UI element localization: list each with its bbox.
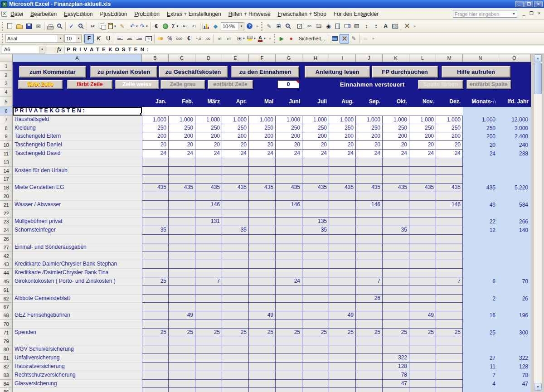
- cell[interactable]: [276, 269, 302, 277]
- cell[interactable]: 20: [329, 141, 356, 150]
- cell[interactable]: 250: [222, 124, 249, 133]
- year-cell[interactable]: 2.400: [498, 132, 531, 141]
- decrease-indent-button[interactable]: ◂≡: [215, 34, 224, 44]
- year-cell[interactable]: [498, 269, 531, 277]
- cell[interactable]: 24: [249, 150, 276, 158]
- optionbutton-control-button[interactable]: ◉: [324, 21, 333, 31]
- cell[interactable]: 200: [383, 132, 409, 141]
- cell[interactable]: [195, 286, 222, 295]
- cell[interactable]: [329, 158, 356, 167]
- cell[interactable]: 250: [409, 124, 436, 133]
- month-header[interactable]: Feb.: [169, 97, 195, 107]
- row-header-18[interactable]: 18: [0, 184, 13, 192]
- row-header-83[interactable]: 83: [0, 371, 13, 380]
- cell[interactable]: [329, 303, 356, 311]
- column-header-N[interactable]: N: [463, 54, 498, 62]
- insert-function-button[interactable]: fx: [57, 46, 62, 53]
- increase-decimal-button[interactable]: +,0: [194, 34, 203, 44]
- cell[interactable]: 435: [142, 184, 169, 192]
- workbook-restore-button[interactable]: ❒: [528, 10, 535, 17]
- cell[interactable]: [195, 192, 222, 201]
- cell[interactable]: [436, 107, 463, 116]
- cell[interactable]: [409, 277, 436, 286]
- row-header-81[interactable]: 81: [0, 354, 13, 363]
- cell[interactable]: [222, 311, 249, 320]
- cell[interactable]: 25: [142, 277, 169, 286]
- cell[interactable]: 250: [142, 124, 169, 133]
- selected-cell-A6[interactable]: P R I V A T E K O S T E N :: [13, 107, 142, 116]
- record-macro-button[interactable]: ●: [287, 34, 296, 44]
- cell[interactable]: [276, 218, 302, 226]
- cell[interactable]: 24: [329, 150, 356, 158]
- row-header-21[interactable]: 21: [0, 201, 13, 209]
- month-header[interactable]: Jan.: [142, 97, 169, 107]
- borders-button[interactable]: ⊞▼: [236, 34, 246, 44]
- row-header-70[interactable]: 70: [0, 320, 13, 329]
- cell[interactable]: [142, 269, 169, 277]
- row-header-1[interactable]: 1: [0, 62, 13, 71]
- row-label[interactable]: [13, 192, 142, 201]
- cell[interactable]: [169, 295, 195, 303]
- cell[interactable]: 200: [169, 132, 195, 141]
- avg-cell[interactable]: [463, 320, 498, 329]
- cell[interactable]: [329, 192, 356, 201]
- cell[interactable]: [383, 260, 409, 269]
- row-label[interactable]: Spenden: [13, 329, 142, 337]
- cell[interactable]: 131: [195, 218, 222, 226]
- cell[interactable]: [329, 354, 356, 363]
- vb-editor-button[interactable]: [330, 34, 340, 44]
- avg-cell[interactable]: 27: [463, 354, 498, 363]
- cell[interactable]: 24: [169, 150, 195, 158]
- cell[interactable]: [249, 303, 276, 311]
- cell[interactable]: [409, 380, 436, 388]
- year-cell[interactable]: [498, 107, 531, 116]
- row-label[interactable]: Kreditkarte /DaimlerChrysler Bank Tina: [13, 269, 142, 277]
- cell[interactable]: [356, 337, 383, 346]
- cell[interactable]: [356, 235, 383, 243]
- row-header-9[interactable]: 9: [0, 132, 13, 141]
- row-label[interactable]: [13, 209, 142, 218]
- year-cell[interactable]: 12.000: [498, 116, 531, 124]
- cell[interactable]: [409, 371, 436, 380]
- menu-item-5[interactable]: ProEdition: [131, 10, 163, 19]
- avg-cell[interactable]: 4: [463, 380, 498, 388]
- chevron-down-icon[interactable]: ▼: [176, 25, 179, 28]
- cell[interactable]: 146: [356, 201, 383, 209]
- cell[interactable]: [222, 260, 249, 269]
- avg-cell[interactable]: 2: [463, 295, 498, 303]
- cell[interactable]: [436, 311, 463, 320]
- format-button-3[interactable]: Zelle weiss: [115, 80, 159, 89]
- cell[interactable]: [383, 345, 409, 354]
- cell[interactable]: [142, 260, 169, 269]
- euro-style-button[interactable]: €: [184, 34, 194, 44]
- row-header-4[interactable]: 4: [0, 88, 13, 97]
- cell[interactable]: [356, 388, 383, 392]
- chevron-down-icon[interactable]: ▼: [238, 23, 244, 30]
- year-cell[interactable]: [498, 286, 531, 295]
- cell[interactable]: [249, 354, 276, 363]
- autosum-button[interactable]: Σ▼: [170, 21, 180, 31]
- cell[interactable]: [302, 252, 329, 261]
- cell[interactable]: [302, 388, 329, 392]
- chevron-down-icon[interactable]: ▼: [114, 25, 117, 28]
- cell[interactable]: [356, 107, 383, 116]
- year-cell[interactable]: 266: [498, 218, 531, 226]
- cell[interactable]: [195, 380, 222, 388]
- cell[interactable]: [302, 192, 329, 201]
- cell[interactable]: [436, 167, 463, 175]
- cell[interactable]: [329, 209, 356, 218]
- cell[interactable]: 24: [222, 150, 249, 158]
- cell[interactable]: [302, 337, 329, 346]
- cell[interactable]: [329, 286, 356, 295]
- drawing-button[interactable]: ◆: [211, 21, 220, 31]
- cell[interactable]: [195, 243, 222, 252]
- avg-cell[interactable]: [463, 388, 498, 392]
- cell[interactable]: 25: [383, 329, 409, 337]
- cell[interactable]: [195, 235, 222, 243]
- scroll-up-button[interactable]: ▲: [534, 54, 542, 62]
- cell[interactable]: [222, 337, 249, 346]
- cell[interactable]: [383, 175, 409, 184]
- cell[interactable]: [195, 388, 222, 392]
- cell[interactable]: [195, 371, 222, 380]
- chevron-down-icon[interactable]: ▼: [263, 37, 266, 40]
